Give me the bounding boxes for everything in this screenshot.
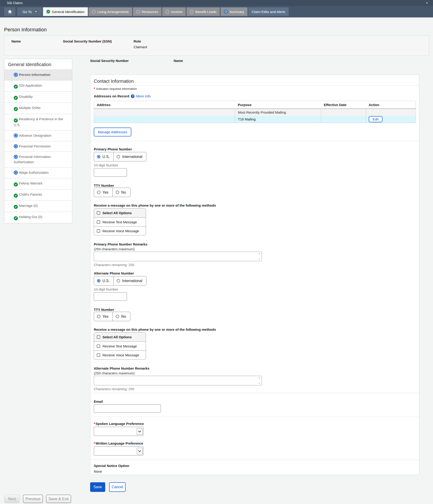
scroll-down-icon: ▼ bbox=[258, 258, 260, 260]
checkbox-receive-text[interactable]: Receive Text Message bbox=[94, 217, 146, 226]
spoken-language-select[interactable] bbox=[94, 427, 143, 436]
alternate-phone-input[interactable] bbox=[94, 292, 127, 301]
chars-remaining: Characters remaining: 250 bbox=[94, 263, 416, 267]
primary-phone-input[interactable] bbox=[94, 168, 127, 177]
special-notice-value: None bbox=[94, 469, 416, 474]
email-label: Email bbox=[94, 400, 416, 404]
cell-address bbox=[94, 109, 235, 116]
addresses-on-record-label: Addresses on Record bbox=[94, 94, 129, 99]
email-input[interactable] bbox=[94, 404, 161, 413]
scrollbar[interactable]: ▲▼ bbox=[258, 377, 261, 385]
page-title: Person Information bbox=[4, 27, 429, 32]
dropdown-button[interactable] bbox=[137, 448, 142, 454]
check-circle-icon bbox=[14, 107, 18, 111]
primary-phone-type-group: U.S. International bbox=[94, 152, 146, 161]
sidebar-item-personal-information-authorization[interactable]: Personal Information Authorization bbox=[4, 152, 72, 167]
primary-remarks-label: Primary Phone Number Remarks bbox=[94, 242, 416, 246]
radio-international[interactable]: International bbox=[113, 276, 146, 285]
checkbox-receive-voice[interactable]: Receive Voice Message bbox=[94, 226, 146, 235]
sidebar-item-advance-designation[interactable]: Advance Designation bbox=[4, 130, 72, 141]
window-caret-icon[interactable]: ▼ bbox=[426, 2, 428, 4]
cancel-button[interactable]: Cancel bbox=[109, 482, 126, 492]
radio-us[interactable]: U.S. bbox=[94, 152, 113, 161]
written-language-select[interactable] bbox=[94, 446, 143, 456]
required-note: *Indicates required information bbox=[94, 87, 416, 91]
receive-methods-label: Receive a message on this phone by one o… bbox=[94, 328, 416, 332]
tab-summary[interactable]: Summary bbox=[221, 7, 248, 16]
sidebar-item-person-information[interactable]: Person Information bbox=[4, 70, 72, 80]
cell-action: Edit bbox=[366, 116, 416, 123]
home-button[interactable] bbox=[4, 7, 15, 16]
target-icon bbox=[14, 134, 18, 138]
checkbox-receive-text[interactable]: Receive Text Message bbox=[94, 342, 146, 351]
checkbox-select-all[interactable]: Select All Options bbox=[94, 333, 146, 342]
radio-us[interactable]: U.S. bbox=[94, 276, 113, 285]
primary-phone-label: Primary Phone Number bbox=[94, 147, 416, 151]
sidebar-item-marriage[interactable]: Marriage (0) bbox=[4, 200, 72, 212]
ten-digit-label: 10-digit Number bbox=[94, 163, 416, 167]
check-circle-icon bbox=[14, 118, 18, 123]
target-icon bbox=[224, 10, 228, 13]
ssn-label: Social Security Number (SSN) bbox=[63, 39, 112, 43]
check-circle-icon bbox=[14, 96, 18, 100]
radio-yes[interactable]: Yes bbox=[94, 188, 112, 197]
tab-resources[interactable]: Resources bbox=[133, 7, 162, 16]
chevron-down-icon bbox=[138, 430, 141, 432]
radio-international[interactable]: International bbox=[113, 152, 146, 161]
target-icon bbox=[14, 155, 18, 159]
dropdown-button[interactable] bbox=[137, 428, 142, 435]
section-divider bbox=[90, 460, 419, 460]
check-circle-icon bbox=[14, 85, 18, 89]
remarks-hint: (250 characters maximum) bbox=[94, 371, 416, 375]
receive-methods-label: Receive a message on this phone by one o… bbox=[94, 203, 416, 207]
chars-remaining: Characters remaining: 250 bbox=[94, 387, 416, 391]
scrollbar[interactable]: ▲▼ bbox=[258, 252, 261, 260]
scroll-up-icon: ▲ bbox=[258, 252, 260, 255]
alternate-remarks-textarea[interactable]: ▲▼ bbox=[94, 376, 262, 385]
sidebar-item-financial-permission[interactable]: Financial Permission bbox=[4, 141, 72, 152]
checkbox-receive-voice[interactable]: Receive Voice Message bbox=[94, 351, 146, 359]
addresses-table: Address Purpose Effective Date Action Mo… bbox=[94, 101, 416, 123]
radio-yes[interactable]: Yes bbox=[94, 312, 112, 321]
checkbox-icon bbox=[97, 220, 100, 224]
previous-button[interactable]: Previous bbox=[23, 495, 43, 503]
title-bar: SSI Claims ▼ bbox=[0, 0, 433, 6]
scroll-up-icon: ▲ bbox=[258, 377, 260, 379]
alternate-phone-label: Alternate Phone Number bbox=[94, 271, 416, 275]
tab-general-identification[interactable]: General Identification bbox=[43, 7, 88, 16]
sidebar-item-disability[interactable]: Disability bbox=[4, 91, 72, 103]
tab-benefit-leads[interactable]: Benefit Leads bbox=[186, 7, 220, 16]
sidebar-item-wage-authorization[interactable]: Wage Authorization bbox=[4, 167, 72, 178]
more-info-link[interactable]: More Info bbox=[136, 94, 150, 99]
check-circle-icon bbox=[46, 10, 50, 13]
tab-living-arrangements[interactable]: Living Arrangements bbox=[89, 7, 132, 16]
save-and-exit-button[interactable]: Save & Exit bbox=[46, 495, 71, 503]
sidebar-item-holding-out[interactable]: Holding Out (0) bbox=[4, 212, 72, 223]
alternate-phone-type-group: U.S. International bbox=[94, 276, 146, 286]
goto-button[interactable]: Go To ▼ bbox=[17, 7, 42, 16]
spoken-language-label: *Spoken Language Preference bbox=[94, 422, 416, 426]
cell-effective-date bbox=[321, 116, 366, 123]
tab-income[interactable]: Income bbox=[162, 7, 186, 16]
radio-no[interactable]: No bbox=[112, 312, 130, 321]
save-button[interactable]: Save bbox=[90, 482, 105, 492]
sidebar-item-residency[interactable]: Residency & Presence in the U.S. bbox=[4, 114, 72, 130]
table-row: Most Recently Provided Mailing bbox=[94, 109, 416, 116]
section-divider bbox=[90, 393, 419, 393]
check-circle-icon bbox=[14, 194, 18, 198]
primary-remarks-textarea[interactable]: ▲▼ bbox=[94, 252, 262, 261]
radio-no[interactable]: No bbox=[112, 188, 130, 197]
next-button[interactable]: Next bbox=[4, 495, 20, 503]
sidebar-item-felony-warrant[interactable]: Felony Warrant bbox=[4, 178, 72, 189]
manage-addresses-button[interactable]: Manage Addresses bbox=[94, 127, 131, 136]
help-icon[interactable]: ? bbox=[131, 94, 135, 98]
checkbox-select-all[interactable]: Select All Options bbox=[94, 208, 146, 217]
edit-button[interactable]: Edit bbox=[369, 116, 382, 122]
sidebar-item-multiple-ssns[interactable]: Multiple SSNs bbox=[4, 103, 72, 114]
ring-icon bbox=[190, 10, 193, 13]
tab-claim-edits-and-alerts[interactable]: Claim Edits and Alerts bbox=[248, 7, 289, 16]
sidebar-item-ssi-application[interactable]: SSI Application bbox=[4, 80, 72, 91]
sidebar-item-childs-parents[interactable]: Child's Parents bbox=[4, 189, 72, 200]
name-label: Name bbox=[11, 39, 21, 43]
cell-purpose: Most Recently Provided Mailing bbox=[235, 109, 321, 116]
